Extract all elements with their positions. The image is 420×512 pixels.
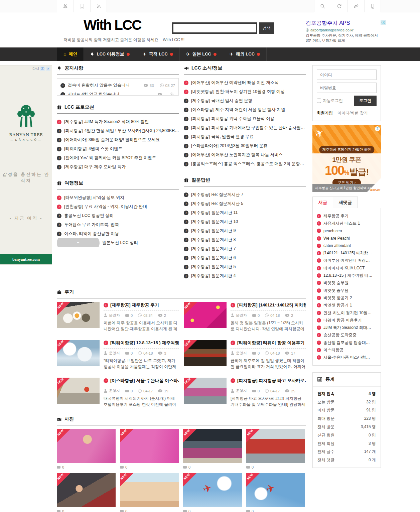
list-item[interactable]: 송산행 김포공항 탑승대… (317, 339, 377, 346)
list-item[interactable]: 비엣젯 항공기 2 (317, 294, 377, 301)
link-icon[interactable] (347, 0, 364, 12)
tab-new-comments[interactable]: 새댓글 (333, 197, 358, 208)
notice-item[interactable]: 사이트 4차 업글 하였습니다 (60, 90, 175, 96)
list-item[interactable]: 비엣젯 항공기 1 (317, 302, 377, 309)
photo-item[interactable]: NEW 0 (246, 429, 305, 469)
list-item[interactable]: [제주항공] 국내선 임시 증편 운항 (184, 96, 306, 105)
tab-new-posts[interactable]: 새글 (312, 197, 333, 208)
bug-icon[interactable] (57, 0, 74, 12)
photo-item[interactable]: NEW 0 (57, 473, 116, 512)
list-item[interactable]: [제주항공] 질문게시판 6 (184, 253, 306, 262)
search-button[interactable]: 검색 (259, 22, 274, 34)
list-item[interactable]: [제주항공] 질문게시판 9 (184, 226, 306, 235)
ad-info-icon[interactable]: ⓘ (375, 126, 380, 131)
list-item[interactable]: [에어아시아] 365일 즐거운 태양! 필리핀으로 오세요 (57, 135, 179, 144)
review-card[interactable]: NEW [제주항공] 제주항공 후기 운영자 0 (57, 302, 179, 332)
list-item[interactable]: [피치항공] 피치항공 기내에서만 구입할수 있는 난바 승차권… (184, 123, 306, 132)
search-icon[interactable] (314, 0, 331, 12)
nav-item-main[interactable]: ⌂ 메인 (57, 47, 84, 61)
list-item[interactable]: 자유게시판 테스트 1 (317, 220, 377, 227)
notice-item[interactable]: 접속이 원활하지 않을수 있습니다 33 03-27 (60, 81, 175, 90)
list-item[interactable]: 홍콩노선 LCC 항공편 정리 (57, 211, 179, 220)
list-item[interactable]: [에어부산] 에어부산 예약센터 확장 이전 개소식 (184, 78, 306, 87)
list-item[interactable]: 서울-수완나폼 이스타항… (317, 354, 377, 361)
list-item[interactable]: [진에어] Yes' 와 함께하는 커플 SPOT 추천 이벤트 (57, 153, 179, 162)
review-card[interactable]: NEW [피치항공] [140121~140125] 피치항… 운영자 (184, 302, 306, 332)
list-item[interactable]: 송산공항 도착중중 (317, 332, 377, 339)
photo-item[interactable]: NEW 0 (246, 473, 305, 512)
ad-info-icon[interactable]: ⓘ (381, 20, 386, 25)
list-item[interactable]: 비엣젯 승무원 (317, 279, 377, 287)
search-input[interactable] (172, 22, 257, 34)
review-title[interactable]: [피치항공] [140121~140125] 피치항… (231, 302, 306, 308)
header-ad-title[interactable]: 김포공항주차 APS (306, 20, 386, 27)
photo-item[interactable]: NEW 0 (183, 473, 242, 512)
list-item[interactable]: We are Peach! (317, 235, 377, 242)
list-item[interactable]: JJIM 특가 Season2 최대… (317, 324, 377, 331)
list-item[interactable]: [제주항공] 질문게시판 4 (184, 271, 306, 280)
list-item[interactable]: [티웨이항공] 4월의 스팟 이벤트 (57, 144, 179, 153)
login-password-input[interactable] (317, 83, 377, 93)
list-item[interactable]: 이스타, 티웨이 송산공한 이용 (57, 229, 179, 238)
review-title[interactable]: [이스타항공] 서울-수완나폼 이스타… (104, 378, 179, 384)
list-item[interactable]: 12.8.13~15 ) 제주여행 티… (317, 272, 377, 279)
list-item[interactable]: [피치항공] 4일간 한정 세일 ! 부산-오사카(간사이) 24,800KR… (57, 126, 179, 135)
photo-item[interactable]: NEW 0 (120, 473, 179, 512)
list-item[interactable]: [비엣젯항공] 인천-하노이 정기편 10월경 취항 예정 (184, 87, 306, 96)
review-card[interactable]: NEW [티웨이항공] 티웨이 항공 이용후기 운영자 0 (184, 340, 306, 370)
list-item[interactable]: [피치항공] 피치항공 위탁 수화물 효율적 이용 (184, 114, 306, 123)
rss-icon[interactable] (90, 0, 107, 12)
list-item[interactable]: [에어부산] 에어부산 노인복지관 행복 나눔 서비스 (184, 150, 306, 159)
nav-item-japan-lcc[interactable]: ✈ 일본 LCC (180, 47, 223, 61)
bookmark-icon[interactable] (74, 0, 90, 12)
list-item[interactable]: 에어부산 예약센터 확장… (317, 257, 377, 264)
list-item[interactable]: [이스타항공] 제주 지역 어린이 서울 방문 행사 지원 (184, 105, 306, 114)
site-logo[interactable]: With LCC (84, 17, 141, 33)
review-card[interactable]: NEW [이스타항공] 서울-수완나폼 이스타… 운영자 (57, 378, 179, 407)
ad-info-icon[interactable]: ⓘ (40, 67, 45, 71)
find-id-password-link[interactable]: 아이디/비번 찾기 (337, 110, 368, 116)
jeju-air-ad[interactable]: ✈ ⓘ 제주항공 홈페이지 가입만 하면 1만원 쿠폰 100%발급! 쿠폰 받… (312, 125, 381, 192)
photo-item[interactable]: NEW 0 (120, 429, 179, 469)
list-item[interactable]: [제주항공] 질문게시판 7 (184, 244, 306, 253)
list-item[interactable]: 일본노선 LCC 정리 (57, 238, 179, 247)
review-title[interactable]: [피치항공] 피치항공 타고 오사카로… (231, 378, 306, 384)
list-item[interactable]: [제주항공] 대구-제주 모바일 특가 (57, 162, 179, 171)
list-item[interactable]: [제주항공] 질문게시판 10 (184, 217, 306, 226)
list-item[interactable]: [스타플라이어] 2014년3월 30일부터 운휴 (184, 141, 306, 150)
list-item[interactable]: [제주항공] Re: 질문게시판 5 (184, 199, 306, 208)
signup-link[interactable]: 회원가입 (317, 110, 333, 116)
list-item[interactable]: [제주항공] 질문게시판 5 (184, 262, 306, 271)
list-item[interactable]: [타오위완공항] 샤워실 정보 위치 (57, 193, 179, 202)
review-title[interactable]: [티웨이항공] 12.8.13~15 ) 제주여행… (104, 340, 179, 346)
list-item[interactable]: [140121~140125] 피치항… (317, 249, 377, 257)
review-title[interactable]: [티웨이항공] 티웨이 항공 이용후기 (231, 340, 306, 346)
nav-item-domestic-lcc[interactable]: ✈ 국적 LCC (136, 47, 180, 61)
list-item[interactable]: [제주항공] 질문게시판 11 (184, 208, 306, 217)
list-item[interactable]: [제주항공] 질문게시판 8 (184, 235, 306, 244)
list-item[interactable]: 인천-하노이 정기편 10월… (317, 309, 377, 316)
list-item[interactable]: 티웨이 항공 이용후기 (317, 316, 377, 324)
list-item[interactable]: 제주항공 후기 (317, 212, 377, 220)
login-id-input[interactable] (317, 70, 377, 80)
banyan-tree-ad[interactable]: 다시 ⓘ × BANYAN TREE — L Ă N G C Ô — (0, 65, 52, 265)
mobile-icon[interactable] (364, 0, 381, 12)
nav-item-overseas-lcc[interactable]: ✈ 해외 LCC (223, 47, 267, 61)
list-item[interactable]: 에어아시아 KLIA LCCT (317, 264, 377, 272)
photo-item[interactable]: NEW 0 (57, 429, 116, 469)
login-button[interactable]: 로그인 (354, 96, 377, 106)
list-item[interactable]: cabin attendant (317, 242, 377, 249)
list-item[interactable]: [피치항공] 국적, 발권국 변경 무료 (184, 132, 306, 141)
header-ad[interactable]: 김포공항주차 APS airportparkingservice.co.kr 김… (306, 20, 386, 43)
photo-item[interactable]: NEW 0 (183, 429, 242, 469)
refresh-icon[interactable] (331, 0, 347, 12)
list-item[interactable]: [홍콩익스프레스] 홍콩 익스프레스, 홍콩으로 매일 2회 운항… (184, 159, 306, 168)
ad-again-label[interactable]: 다시 (32, 67, 39, 71)
list-item[interactable]: 비엣젯 승무원 (317, 287, 377, 294)
banyan-domain[interactable]: banyantree.com (0, 254, 52, 264)
list-item[interactable]: [인천공항] 무료 사워실 - 위치, 이용시간 안내 (57, 202, 179, 211)
review-title[interactable]: [제주항공] 제주항공 후기 (104, 302, 179, 308)
list-item[interactable]: 투어팁스 무료 가이드북, 맵북 (57, 220, 179, 229)
list-item[interactable]: peach ceo (317, 227, 377, 235)
list-item[interactable]: [제주항공] Re: 질문게시판 7 (184, 190, 306, 199)
